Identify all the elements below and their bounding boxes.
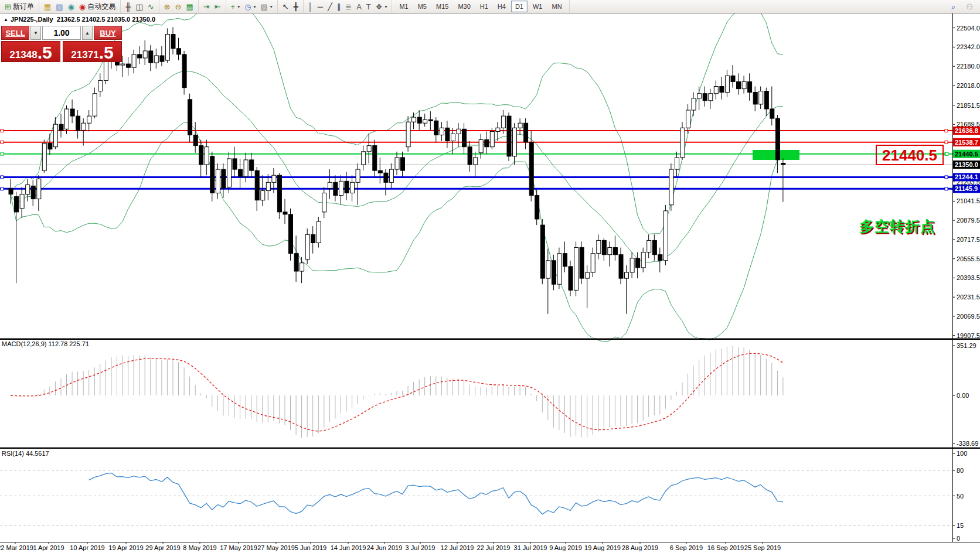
time-tick-label: 27 May 2019 bbox=[257, 544, 295, 551]
time-axis[interactable]: 22 Mar 20191 Apr 201910 Apr 201919 Apr 2… bbox=[0, 542, 781, 551]
text-label-button[interactable]: T bbox=[364, 0, 373, 13]
candle-body bbox=[686, 110, 690, 128]
candlestick-icon: ◫ bbox=[135, 3, 142, 11]
chevron-down-icon[interactable]: ▾ bbox=[253, 4, 256, 9]
crosshair-button[interactable]: ╋ bbox=[291, 0, 301, 13]
candle-body bbox=[518, 123, 522, 128]
open-chart-button[interactable]: ▦ bbox=[42, 0, 53, 13]
buy-button[interactable]: BUY bbox=[94, 26, 122, 40]
sell-price-display[interactable]: 21348 .5 bbox=[1, 41, 60, 62]
auto-trading-button[interactable]: ◉自动交易 bbox=[77, 0, 118, 13]
timeframe-button-m30[interactable]: M30 bbox=[454, 1, 474, 12]
candle-body bbox=[65, 109, 69, 129]
buy-price-display[interactable]: 21371 .5 bbox=[63, 41, 122, 62]
candlestick-chart-button[interactable]: ◫ bbox=[133, 0, 145, 13]
price-axis[interactable]: 22504.022342.022180.022018.021851.521689… bbox=[952, 13, 980, 542]
zoom-in-button[interactable]: ⊕ bbox=[162, 0, 173, 13]
price-tick-label: 20231.5 bbox=[957, 293, 980, 301]
candle-body bbox=[569, 267, 573, 291]
chevron-down-icon[interactable]: ▾ bbox=[270, 4, 273, 9]
clock-icon: ◷ bbox=[244, 3, 251, 11]
chart-shift-button[interactable]: ⇤ bbox=[212, 0, 223, 13]
search-icon: ⌕ bbox=[951, 3, 955, 11]
vertical-line-button[interactable]: │ bbox=[306, 0, 315, 13]
time-tick-label: 10 Apr 2019 bbox=[70, 544, 104, 551]
line-handle[interactable] bbox=[1, 152, 4, 155]
candle-body bbox=[759, 91, 763, 104]
auto-scroll-button[interactable]: ⇥ bbox=[201, 0, 212, 13]
fibonacci-button[interactable]: ≣ bbox=[343, 0, 354, 13]
candle-body bbox=[289, 214, 293, 254]
time-tick-label: 6 Sep 2019 bbox=[670, 544, 703, 551]
candle-body bbox=[87, 116, 91, 123]
timeframe-button-d1[interactable]: D1 bbox=[511, 1, 528, 12]
candle-body bbox=[513, 128, 517, 156]
candle-body bbox=[210, 156, 215, 193]
line-handle[interactable] bbox=[1, 141, 4, 144]
timeframe-button-m1[interactable]: M1 bbox=[395, 1, 412, 12]
buy-price-main: 21371 bbox=[71, 49, 98, 61]
market-watch-button[interactable]: ▥ bbox=[53, 0, 65, 13]
cursor-button[interactable]: ↖ bbox=[280, 0, 291, 13]
timeframe-button-m5[interactable]: M5 bbox=[414, 1, 431, 12]
candle-body bbox=[121, 64, 125, 65]
time-tick-label: 8 May 2019 bbox=[183, 544, 216, 551]
line-handle[interactable] bbox=[945, 176, 948, 179]
bar-chart-button[interactable]: ╫ bbox=[123, 0, 133, 13]
periods-button[interactable]: ◷▾ bbox=[242, 0, 258, 13]
chart-marker-icon: ▲ bbox=[4, 17, 8, 22]
line-handle[interactable] bbox=[945, 141, 948, 144]
trendline-button[interactable]: ╱ bbox=[325, 0, 335, 13]
search-button[interactable]: ⌕ bbox=[949, 0, 958, 13]
line-handle[interactable] bbox=[945, 129, 948, 132]
community-chat-button[interactable]: ⚇ bbox=[964, 0, 975, 13]
candle-body bbox=[675, 158, 679, 169]
timeframe-button-h4[interactable]: H4 bbox=[494, 1, 510, 12]
price-callout-box[interactable]: 21440.5 bbox=[876, 145, 944, 165]
bull-bear-turning-point-note[interactable]: 多空转折点 bbox=[859, 217, 935, 236]
candle-body bbox=[479, 140, 483, 153]
price-tick-label: 20879.5 bbox=[957, 217, 980, 224]
candle-body bbox=[171, 35, 175, 49]
equidistant-channel-button[interactable]: ∥ bbox=[335, 0, 343, 13]
candle-body bbox=[42, 144, 46, 171]
sell-button[interactable]: SELL bbox=[1, 26, 29, 40]
time-tick-label: 1 Apr 2019 bbox=[33, 544, 64, 551]
line-handle[interactable] bbox=[1, 176, 4, 179]
candle-body bbox=[76, 116, 80, 130]
line-handle[interactable] bbox=[1, 129, 4, 132]
macd-tick-label: 351.29 bbox=[957, 342, 976, 349]
arrows-button[interactable]: ❖▾ bbox=[373, 0, 390, 13]
chevron-down-icon[interactable]: ▾ bbox=[237, 4, 240, 9]
text-button[interactable]: A bbox=[354, 0, 364, 13]
indicators-button[interactable]: +▾ bbox=[229, 0, 243, 13]
line-handle[interactable] bbox=[1, 187, 4, 190]
horizontal-line-button[interactable]: ─ bbox=[315, 0, 325, 13]
timeframe-button-mn[interactable]: MN bbox=[547, 1, 566, 12]
timeframe-button-h1[interactable]: H1 bbox=[476, 1, 492, 12]
candle-body bbox=[451, 134, 455, 141]
candle-body bbox=[165, 35, 169, 60]
timeframe-button-m15[interactable]: M15 bbox=[432, 1, 452, 12]
line-chart-button[interactable]: ∿ bbox=[145, 0, 156, 13]
chart-canvas[interactable]: 22504.022342.022180.022018.021851.521689… bbox=[0, 13, 980, 553]
chevron-down-icon[interactable]: ▾ bbox=[384, 4, 387, 9]
candle-body bbox=[339, 181, 343, 195]
templates-button[interactable]: ▨▾ bbox=[258, 0, 275, 13]
candle-body bbox=[37, 179, 41, 199]
candle-body bbox=[389, 169, 393, 182]
data-window-button[interactable]: ◉ bbox=[66, 0, 77, 13]
line-handle[interactable] bbox=[945, 187, 948, 190]
macd-tick-label: -338.69 bbox=[957, 440, 978, 447]
tile-windows-button[interactable]: ▦ bbox=[183, 0, 195, 13]
timeframe-button-w1[interactable]: W1 bbox=[529, 1, 547, 12]
one-click-trading-panel: SELL ▼ 1.00 ▲ BUY 21348 .5 21371 .5 bbox=[1, 26, 122, 62]
candle-body bbox=[669, 169, 673, 205]
volume-input[interactable]: 1.00 bbox=[42, 26, 81, 40]
volume-decrease-button[interactable]: ▼ bbox=[30, 26, 41, 40]
candle-body bbox=[501, 116, 505, 128]
new-order-button[interactable]: ⊞新订单 bbox=[2, 0, 36, 13]
volume-increase-button[interactable]: ▲ bbox=[82, 26, 93, 40]
cursor-icon: ↖ bbox=[283, 3, 289, 11]
zoom-out-button[interactable]: ⊖ bbox=[173, 0, 184, 13]
